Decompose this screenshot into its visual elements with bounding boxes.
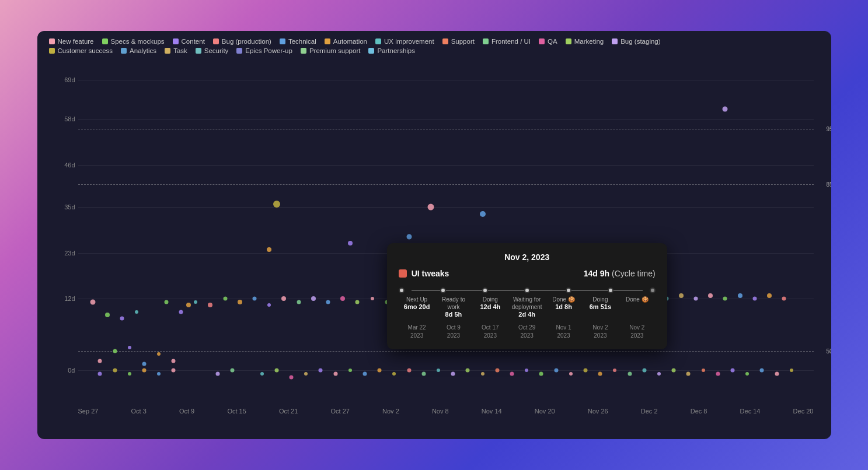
scatter-dot[interactable] xyxy=(752,297,757,301)
scatter-dot[interactable] xyxy=(466,369,470,373)
scatter-dot[interactable] xyxy=(223,297,227,301)
scatter-dot[interactable] xyxy=(371,297,374,300)
scatter-dot[interactable] xyxy=(583,369,587,373)
scatter-dot[interactable] xyxy=(510,372,514,376)
scatter-dot[interactable] xyxy=(723,297,727,301)
scatter-dot[interactable] xyxy=(208,303,212,307)
scatter-dot[interactable] xyxy=(348,241,353,245)
legend-item-epics-power-up: Epics Power-up xyxy=(236,47,292,54)
scatter-dot[interactable] xyxy=(775,372,779,376)
scatter-dot[interactable] xyxy=(679,293,684,298)
chart-container: New featureSpecs & mockupsContentBug (pr… xyxy=(37,31,831,439)
scatter-dot[interactable] xyxy=(745,372,749,376)
scatter-dot[interactable] xyxy=(186,303,191,307)
y-tick-label: 69d xyxy=(64,76,75,83)
scatter-dot[interactable] xyxy=(693,297,698,301)
scatter-dot[interactable] xyxy=(708,293,713,298)
scatter-dot[interactable] xyxy=(407,369,411,373)
scatter-dot[interactable] xyxy=(304,372,308,376)
scatter-dot[interactable] xyxy=(135,310,138,314)
scatter-dot[interactable] xyxy=(267,303,271,307)
x-tick-Oct-21: Oct 21 xyxy=(279,408,298,415)
scatter-dot[interactable] xyxy=(481,372,484,376)
percentile-line-50% xyxy=(78,351,814,352)
scatter-dot[interactable] xyxy=(281,296,286,301)
scatter-dot[interactable] xyxy=(128,372,131,376)
legend-item-analytics: Analytics xyxy=(121,47,156,54)
y-tick-label: 46d xyxy=(64,162,75,169)
scatter-dot[interactable] xyxy=(98,372,102,376)
scatter-dot[interactable] xyxy=(480,211,486,217)
scatter-dot[interactable] xyxy=(90,299,95,304)
scatter-dot[interactable] xyxy=(273,201,280,208)
scatter-dot[interactable] xyxy=(120,316,124,320)
scatter-dot[interactable] xyxy=(128,346,131,349)
scatter-dot[interactable] xyxy=(194,300,197,304)
stage-4: Done 🍪 1d 8h xyxy=(545,296,582,318)
scatter-dot[interactable] xyxy=(164,300,168,304)
scatter-dot[interactable] xyxy=(716,372,720,376)
scatter-dot[interactable] xyxy=(113,369,117,373)
scatter-dot[interactable] xyxy=(672,369,676,373)
scatter-dot[interactable] xyxy=(297,300,301,304)
scatter-dot[interactable] xyxy=(231,369,235,373)
scatter-dot[interactable] xyxy=(348,369,352,372)
scatter-dot[interactable] xyxy=(252,297,256,301)
scatter-dot[interactable] xyxy=(642,369,646,373)
percentile-label-50%: 50% xyxy=(826,348,831,354)
scatter-dot[interactable] xyxy=(723,107,728,112)
scatter-dot[interactable] xyxy=(355,300,360,304)
scatter-dot[interactable] xyxy=(738,293,742,298)
scatter-dot[interactable] xyxy=(113,349,117,353)
scatter-dot[interactable] xyxy=(340,296,345,301)
scatter-dot[interactable] xyxy=(274,369,278,373)
scatter-dot[interactable] xyxy=(613,369,616,372)
scatter-dot[interactable] xyxy=(142,369,146,373)
scatter-dot[interactable] xyxy=(451,372,455,376)
scatter-dot[interactable] xyxy=(267,247,271,252)
scatter-dot[interactable] xyxy=(238,300,242,304)
scatter-dot[interactable] xyxy=(782,297,786,301)
scatter-dot[interactable] xyxy=(157,352,161,356)
scatter-dot[interactable] xyxy=(730,369,734,373)
scatter-dot[interactable] xyxy=(172,359,176,363)
scatter-dot[interactable] xyxy=(333,372,337,376)
stage-date-3: Oct 292023 xyxy=(508,324,545,340)
x-tick-Dec-14: Dec 14 xyxy=(740,408,761,415)
scatter-dot[interactable] xyxy=(311,296,316,301)
scatter-dot[interactable] xyxy=(98,359,102,363)
scatter-dot[interactable] xyxy=(326,300,330,304)
scatter-dot[interactable] xyxy=(657,372,661,376)
scatter-dot[interactable] xyxy=(289,375,293,379)
scatter-dot[interactable] xyxy=(760,369,764,373)
scatter-dot[interactable] xyxy=(569,372,573,376)
scatter-dot[interactable] xyxy=(362,372,367,376)
scatter-dot[interactable] xyxy=(539,372,543,376)
scatter-dot[interactable] xyxy=(554,369,558,373)
scatter-dot[interactable] xyxy=(157,372,161,376)
scatter-dot[interactable] xyxy=(142,362,146,366)
scatter-dot[interactable] xyxy=(392,372,396,376)
scatter-dot[interactable] xyxy=(215,372,219,376)
y-tick-label: 0d xyxy=(68,367,75,374)
scatter-dot[interactable] xyxy=(421,372,426,376)
scatter-dot[interactable] xyxy=(378,369,382,373)
scatter-dot[interactable] xyxy=(767,293,772,298)
scatter-dot[interactable] xyxy=(172,369,176,373)
scatter-dot[interactable] xyxy=(495,369,499,373)
scatter-dot[interactable] xyxy=(628,372,632,376)
legend-item-qa: QA xyxy=(539,38,557,45)
scatter-dot[interactable] xyxy=(179,310,183,314)
scatter-dot[interactable] xyxy=(437,369,440,372)
scatter-dot[interactable] xyxy=(525,369,528,372)
scatter-dot[interactable] xyxy=(790,369,793,372)
scatter-dot[interactable] xyxy=(105,313,110,317)
scatter-dot[interactable] xyxy=(702,369,705,372)
scatter-dot[interactable] xyxy=(406,234,412,239)
scatter-dot[interactable] xyxy=(319,369,323,373)
scatter-dot[interactable] xyxy=(260,372,264,376)
scatter-dot[interactable] xyxy=(686,372,691,376)
percentile-line-85% xyxy=(78,184,814,185)
scatter-dot[interactable] xyxy=(428,204,434,211)
scatter-dot[interactable] xyxy=(598,372,602,376)
